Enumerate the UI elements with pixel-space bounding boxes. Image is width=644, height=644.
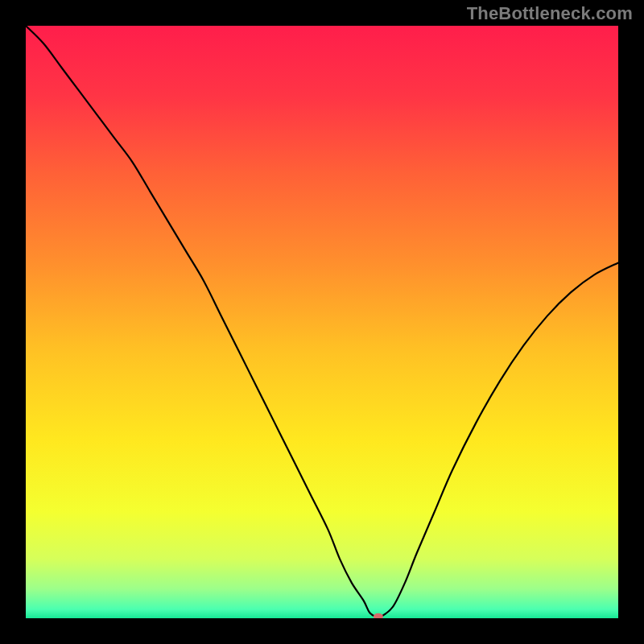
watermark-label: TheBottleneck.com (467, 3, 633, 24)
bottleneck-chart (26, 26, 618, 618)
gradient-background (26, 26, 618, 618)
plot-area (26, 26, 618, 618)
chart-frame: TheBottleneck.com (0, 0, 644, 644)
